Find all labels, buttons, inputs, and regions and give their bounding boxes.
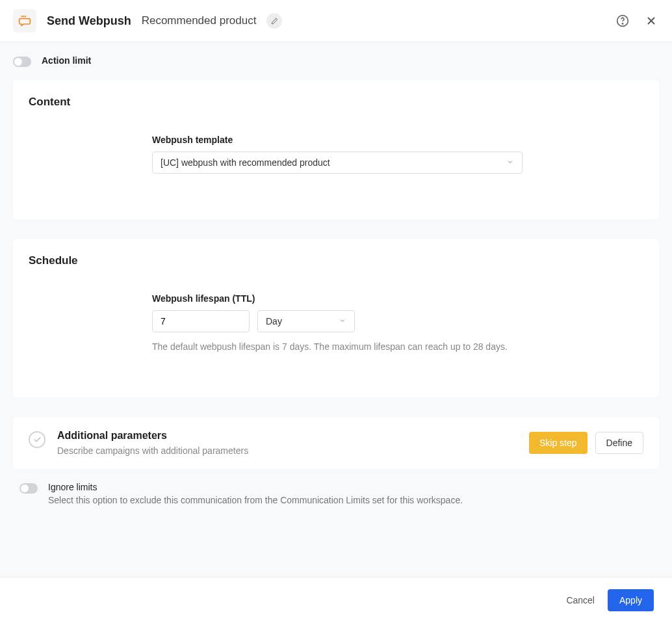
schedule-section-title: Schedule (29, 254, 643, 267)
ttl-unit-value: Day (266, 316, 282, 326)
ttl-inputs: Day (152, 310, 523, 332)
params-left: Additional parameters Describe campaigns… (29, 430, 248, 456)
define-button[interactable]: Define (595, 432, 643, 454)
params-description: Describe campaigns with additional param… (57, 445, 248, 456)
action-limit-label: Action limit (42, 55, 91, 66)
ttl-label: Webpush lifespan (TTL) (152, 293, 523, 304)
template-selected-value: [UC] webpush with recommended product (161, 157, 330, 168)
template-label: Webpush template (152, 135, 523, 145)
ttl-helper-text: The default webpush lifespan is 7 days. … (152, 341, 523, 352)
page-subtitle: Recommended product (142, 14, 257, 27)
content-section-title: Content (29, 96, 643, 109)
ignore-limits-description: Select this option to exclude this commu… (48, 495, 463, 505)
chevron-down-icon (506, 157, 514, 168)
apply-button[interactable]: Apply (608, 589, 654, 611)
action-limit-toggle[interactable] (13, 57, 31, 67)
cancel-button[interactable]: Cancel (566, 595, 595, 605)
ignore-limits-row: Ignore limits Select this option to excl… (13, 482, 659, 505)
svg-point-4 (622, 23, 623, 24)
ignore-limits-text: Ignore limits Select this option to excl… (48, 482, 463, 505)
content-section: Content Webpush template [UC] webpush wi… (13, 80, 659, 219)
svg-point-0 (21, 16, 22, 17)
ttl-unit-select[interactable]: Day (257, 310, 355, 332)
schedule-section: Schedule Webpush lifespan (TTL) Day The … (13, 239, 659, 397)
modal-header: Send Webpush Recommended product (0, 0, 672, 42)
ttl-value-input[interactable] (152, 310, 250, 332)
modal-footer: Cancel Apply (0, 577, 672, 623)
ignore-limits-label: Ignore limits (48, 482, 463, 492)
params-title: Additional parameters (57, 430, 248, 442)
additional-params-section: Additional parameters Describe campaigns… (13, 417, 659, 469)
page-title: Send Webpush (47, 14, 131, 28)
params-actions: Skip step Define (529, 432, 643, 454)
template-field: Webpush template [UC] webpush with recom… (152, 135, 523, 174)
svg-point-1 (23, 16, 24, 17)
main-content: Action limit Content Webpush template [U… (0, 42, 672, 570)
action-limit-text: Action limit (42, 55, 91, 66)
skip-step-button[interactable]: Skip step (529, 432, 588, 454)
header-right (615, 13, 659, 29)
check-circle-icon (29, 431, 45, 448)
close-button[interactable] (643, 13, 659, 29)
params-text: Additional parameters Describe campaigns… (57, 430, 248, 456)
webpush-icon (13, 9, 36, 33)
help-button[interactable] (615, 13, 630, 29)
edit-title-button[interactable] (266, 13, 282, 29)
ignore-limits-toggle[interactable] (19, 483, 38, 494)
ttl-field: Webpush lifespan (TTL) Day The default w… (152, 293, 523, 352)
header-left: Send Webpush Recommended product (13, 9, 282, 33)
chevron-down-icon (339, 316, 346, 326)
action-limit-row: Action limit (13, 55, 659, 67)
svg-point-2 (25, 16, 25, 17)
template-select[interactable]: [UC] webpush with recommended product (152, 152, 523, 174)
